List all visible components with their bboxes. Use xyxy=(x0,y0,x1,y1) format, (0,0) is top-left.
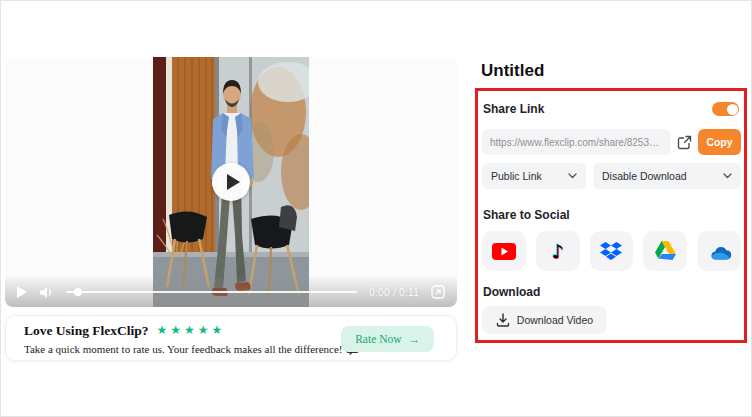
download-permission-dropdown[interactable]: Disable Download xyxy=(593,163,741,189)
share-to-social-label: Share to Social xyxy=(483,208,741,222)
player-controls: 0:00 / 0:11 xyxy=(5,277,457,307)
share-link-label: Share Link xyxy=(483,102,544,116)
youtube-icon xyxy=(492,243,516,260)
progress-track xyxy=(66,291,357,293)
time-display: 0:00 / 0:11 xyxy=(369,287,419,298)
share-onedrive-button[interactable] xyxy=(697,231,741,271)
share-dropbox-button[interactable] xyxy=(590,231,634,271)
download-icon xyxy=(496,313,510,327)
download-label: Download xyxy=(483,285,741,299)
tiktok-icon: ♪ xyxy=(552,242,564,261)
play-button-overlay[interactable] xyxy=(212,163,250,201)
share-panel: Share Link https://www.flexclip.com/shar… xyxy=(475,88,747,343)
social-buttons: ♪ xyxy=(482,231,741,271)
rating-banner: Love Using FlexClip? ★★★★★ Take a quick … xyxy=(5,315,457,361)
share-google-drive-button[interactable] xyxy=(643,231,687,271)
download-video-label: Download Video xyxy=(517,314,593,326)
open-link-button[interactable] xyxy=(677,135,692,150)
rating-message: Take a quick moment to rate us. Your fee… xyxy=(24,343,343,355)
project-title: Untitled xyxy=(481,61,544,81)
chevron-down-icon xyxy=(568,173,577,179)
share-url-text: https://www.flexclip.com/share/8253hihuu… xyxy=(490,137,663,148)
volume-button[interactable] xyxy=(39,286,54,299)
video-player: 0:00 / 0:11 xyxy=(5,57,457,307)
external-link-icon xyxy=(677,135,692,150)
rating-title: Love Using FlexClip? xyxy=(24,323,149,339)
play-icon xyxy=(227,174,240,190)
share-url-field[interactable]: https://www.flexclip.com/share/8253hihuu… xyxy=(482,129,671,155)
arrow-right-icon: → xyxy=(409,333,421,345)
download-permission-selected: Disable Download xyxy=(602,170,687,182)
google-drive-icon xyxy=(654,241,676,261)
play-icon xyxy=(17,286,27,298)
speaker-icon xyxy=(39,286,54,299)
dropbox-icon xyxy=(600,242,622,261)
progress-bar[interactable] xyxy=(66,286,357,298)
share-youtube-button[interactable] xyxy=(482,231,526,271)
toggle-knob xyxy=(727,104,738,115)
onedrive-icon xyxy=(706,243,732,260)
rate-now-label: Rate Now xyxy=(355,333,401,345)
play-button[interactable] xyxy=(17,286,27,298)
fullscreen-button[interactable] xyxy=(431,285,445,299)
download-video-button[interactable]: Download Video xyxy=(482,306,607,334)
visibility-selected: Public Link xyxy=(491,170,542,182)
copy-button[interactable]: Copy xyxy=(698,129,741,155)
share-link-toggle[interactable] xyxy=(712,102,739,116)
rating-stars: ★★★★★ xyxy=(157,323,226,338)
playhead[interactable] xyxy=(74,288,82,296)
rate-now-button[interactable]: Rate Now → xyxy=(341,326,434,352)
chevron-down-icon xyxy=(723,173,732,179)
visibility-dropdown[interactable]: Public Link xyxy=(482,163,586,189)
share-tiktok-button[interactable]: ♪ xyxy=(536,231,580,271)
fullscreen-icon xyxy=(431,285,445,299)
